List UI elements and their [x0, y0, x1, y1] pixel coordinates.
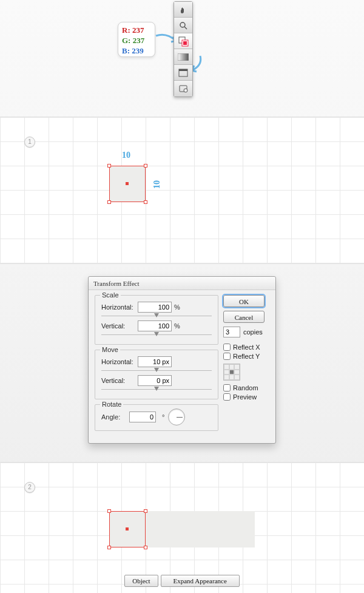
dimension-width: 10: [122, 151, 130, 160]
menu-expand-appearance[interactable]: Expand Appearance: [161, 575, 240, 587]
move-h-slider[interactable]: [101, 368, 212, 373]
step-badge: 1: [24, 137, 35, 147]
resize-handle[interactable]: [144, 200, 147, 204]
resize-handle[interactable]: [144, 509, 147, 513]
canvas-step-1: 1 10 10: [0, 117, 364, 264]
reference-point-grid[interactable]: [223, 364, 240, 381]
resize-handle[interactable]: [144, 546, 147, 549]
random-label: Random: [233, 384, 258, 391]
scale-group: Scale Horizontal: % Vertical: %: [95, 295, 218, 345]
selected-rectangle[interactable]: [109, 511, 146, 547]
svg-point-0: [180, 22, 185, 27]
rgb-r: R: 237: [122, 25, 151, 35]
copies-input[interactable]: [223, 327, 240, 337]
scale-v-unit: %: [174, 322, 180, 330]
move-h-input[interactable]: [138, 356, 172, 367]
angle-dial[interactable]: [168, 408, 185, 425]
random-checkbox[interactable]: [223, 384, 231, 391]
resize-handle[interactable]: [107, 546, 111, 549]
rotate-group: Rotate Angle: °: [95, 404, 218, 431]
document-badge-icon[interactable]: [174, 81, 192, 97]
transform-effect-dialog: Transform Effect Scale Horizontal: % Ver…: [88, 276, 276, 444]
angle-label: Angle:: [101, 413, 126, 421]
move-legend: Move: [100, 346, 120, 353]
angle-unit: °: [162, 413, 164, 421]
center-marker: [126, 182, 129, 185]
svg-rect-4: [183, 41, 187, 45]
reflect-y-checkbox[interactable]: [223, 353, 231, 360]
resize-handle[interactable]: [107, 509, 111, 513]
scale-v-slider[interactable]: [101, 333, 212, 337]
center-marker: [126, 527, 129, 530]
reflect-x-label: Reflect X: [233, 344, 260, 351]
hand-tool-icon[interactable]: [174, 2, 192, 18]
rotate-legend: Rotate: [100, 401, 123, 408]
move-v-label: Vertical:: [101, 377, 138, 384]
tools-panel: [174, 1, 193, 97]
scale-h-input[interactable]: [138, 302, 172, 313]
rgb-b: B: 239: [122, 46, 151, 56]
scale-legend: Scale: [100, 291, 121, 299]
step-badge: 2: [24, 482, 35, 493]
menu-object[interactable]: Object: [124, 575, 158, 587]
svg-rect-5: [178, 53, 189, 61]
rgb-tooltip: R: 237 G: 237 B: 239: [118, 22, 155, 57]
transform-copies-shape: [146, 511, 255, 547]
cancel-button[interactable]: Cancel: [223, 311, 265, 323]
selected-rectangle[interactable]: [109, 166, 146, 202]
svg-line-1: [184, 27, 187, 29]
scale-h-slider[interactable]: [101, 314, 212, 318]
copies-label: copies: [243, 328, 263, 336]
resize-handle[interactable]: [107, 164, 111, 168]
dimension-height: 10: [152, 180, 162, 189]
svg-rect-7: [179, 69, 187, 71]
move-v-slider[interactable]: [101, 387, 212, 391]
angle-input[interactable]: [129, 412, 156, 422]
rgb-g: G: 237: [122, 35, 151, 46]
reflect-x-checkbox[interactable]: [223, 344, 231, 351]
preview-label: Preview: [233, 393, 257, 401]
reflect-y-label: Reflect Y: [233, 353, 260, 360]
move-group: Move Horizontal: Vertical:: [95, 350, 218, 399]
gradient-icon[interactable]: [174, 49, 192, 65]
scale-v-input[interactable]: [138, 320, 172, 331]
ok-button[interactable]: OK: [223, 295, 265, 307]
fill-stroke-icon[interactable]: [174, 33, 192, 49]
canvas-step-2: 2 Object Expand Appearance: [0, 462, 364, 593]
dialog-title: Transform Effect: [89, 277, 275, 290]
screen-mode-icon[interactable]: [174, 65, 192, 81]
resize-handle[interactable]: [107, 200, 111, 204]
move-h-label: Horizontal:: [101, 358, 138, 365]
svg-point-9: [184, 89, 187, 92]
preview-checkbox[interactable]: [223, 393, 231, 401]
scale-v-label: Vertical:: [101, 322, 138, 330]
resize-handle[interactable]: [144, 164, 147, 168]
scale-h-label: Horizontal:: [101, 303, 138, 311]
scale-h-unit: %: [174, 303, 180, 311]
move-v-input[interactable]: [138, 375, 172, 386]
zoom-tool-icon[interactable]: [174, 18, 192, 33]
